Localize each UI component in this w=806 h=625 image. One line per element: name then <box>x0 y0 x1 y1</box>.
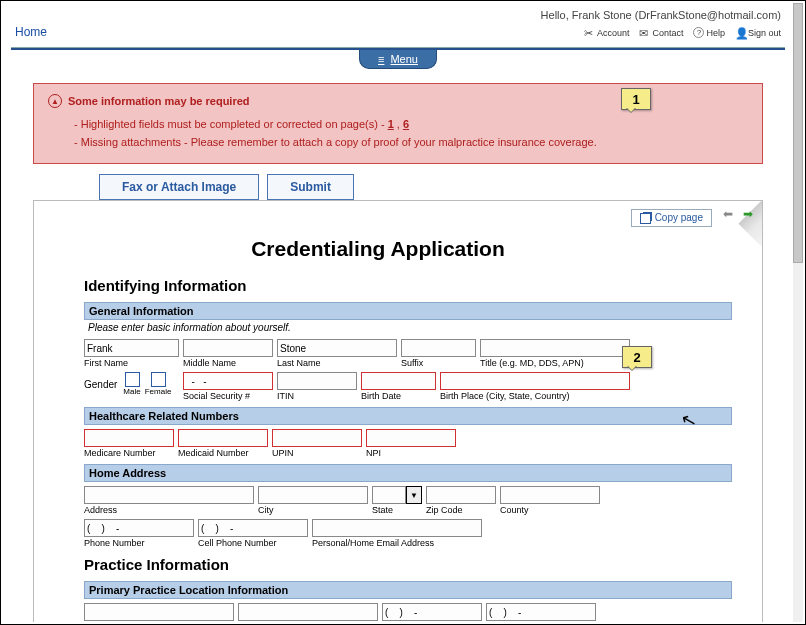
alert-line2-text: - Missing attachments - Please remember … <box>74 136 597 148</box>
state-select[interactable] <box>372 486 406 504</box>
city-input[interactable] <box>258 486 368 504</box>
next-page-button[interactable]: ➡ <box>740 207 756 221</box>
band-general: General Information <box>84 302 732 320</box>
band-primary-practice: Primary Practice Location Information <box>84 581 732 599</box>
submit-button[interactable]: Submit <box>267 174 354 200</box>
alert-line1-text: - Highlighted fields must be completed o… <box>74 118 388 130</box>
middle-name-input[interactable] <box>183 339 273 357</box>
hint-general: Please enter basic information about you… <box>84 320 732 335</box>
user-greeting: Hello, Frank Stone (DrFrankStone@hotmail… <box>15 9 781 21</box>
female-checkbox[interactable] <box>151 372 166 387</box>
copy-page-button[interactable]: Copy page <box>631 209 712 227</box>
first-name-input[interactable] <box>84 339 179 357</box>
form-page: ⬅ ➡ Copy page Credentialing Application … <box>33 200 763 622</box>
ssn-input[interactable] <box>183 372 273 390</box>
itin-input[interactable] <box>277 372 357 390</box>
cell-input[interactable] <box>198 519 308 537</box>
alert-title: Some information may be required <box>68 95 250 107</box>
section-practice: Practice Information <box>84 556 732 573</box>
office-addr2-input[interactable] <box>238 603 378 621</box>
npi-input[interactable] <box>366 429 456 447</box>
prev-page-button[interactable]: ⬅ <box>720 207 736 221</box>
person-icon: 👤 <box>735 27 746 38</box>
question-icon: ? <box>693 27 704 38</box>
home-link[interactable]: Home <box>15 25 47 39</box>
title-input[interactable] <box>480 339 630 357</box>
birth-date-input[interactable] <box>361 372 436 390</box>
scrollbar-thumb[interactable] <box>793 3 803 263</box>
fax-input[interactable] <box>486 603 596 621</box>
upin-input[interactable] <box>272 429 362 447</box>
male-checkbox[interactable] <box>125 372 140 387</box>
gender-label: Gender <box>84 379 117 390</box>
help-link[interactable]: ?Help <box>693 26 725 39</box>
page-title: Credentialing Application <box>34 237 722 261</box>
office-addr1-input[interactable] <box>84 603 234 621</box>
envelope-icon: ✉ <box>639 27 650 38</box>
validation-alert: ▲ Some information may be required - Hig… <box>33 83 763 164</box>
band-health: Healthcare Related Numbers <box>84 407 732 425</box>
medicaid-input[interactable] <box>178 429 268 447</box>
phone-input[interactable] <box>84 519 194 537</box>
alert-page-link-6[interactable]: 6 <box>403 118 409 130</box>
last-name-input[interactable] <box>277 339 397 357</box>
county-input[interactable] <box>500 486 600 504</box>
email-input[interactable] <box>312 519 482 537</box>
vertical-scrollbar[interactable] <box>793 3 803 622</box>
bars-icon: ≡ <box>378 53 384 65</box>
telephone-input[interactable] <box>382 603 482 621</box>
tools-icon: ✂ <box>584 27 595 38</box>
birth-place-input[interactable] <box>440 372 630 390</box>
zip-input[interactable] <box>426 486 496 504</box>
signout-link[interactable]: 👤Sign out <box>735 26 781 39</box>
chevron-down-icon[interactable]: ▼ <box>406 486 422 504</box>
address-input[interactable] <box>84 486 254 504</box>
callout-2: 2 <box>622 346 652 368</box>
fax-attach-button[interactable]: Fax or Attach Image <box>99 174 259 200</box>
menu-button[interactable]: ≡Menu <box>359 50 437 69</box>
band-home-address: Home Address <box>84 464 732 482</box>
suffix-input[interactable] <box>401 339 476 357</box>
callout-1: 1 <box>621 88 651 110</box>
alert-collapse-icon[interactable]: ▲ <box>48 94 62 108</box>
contact-link[interactable]: ✉Contact <box>639 26 683 39</box>
account-link[interactable]: ✂Account <box>584 26 630 39</box>
section-identifying: Identifying Information <box>84 277 762 294</box>
medicare-input[interactable] <box>84 429 174 447</box>
